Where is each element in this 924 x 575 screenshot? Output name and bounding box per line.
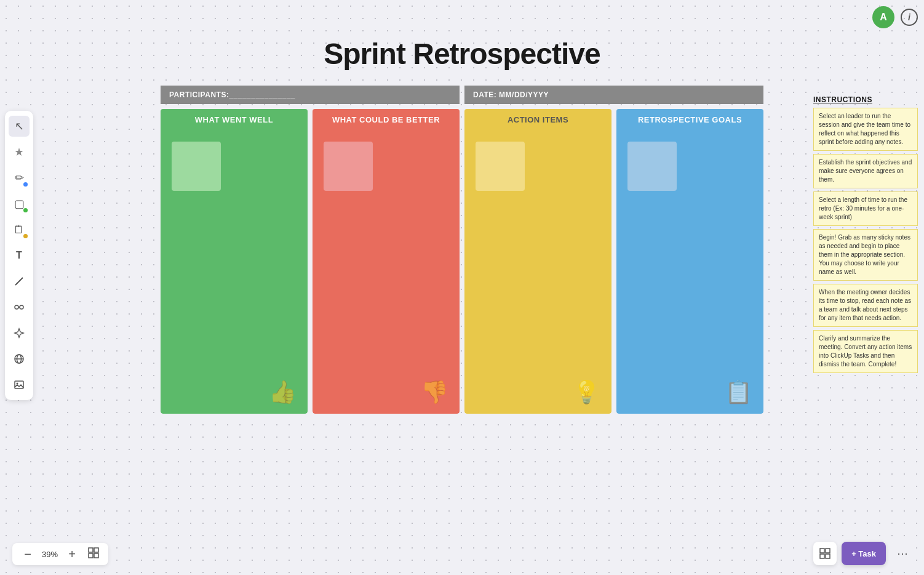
svg-rect-9 [89, 548, 93, 552]
columns-wrapper: WHAT WENT WELL 👍 WHAT COULD BE BETTER 👎 … [161, 109, 763, 414]
toolbar-image[interactable] [9, 374, 30, 395]
column-body-retro-goals[interactable]: 📋 [616, 131, 763, 414]
instructions-panel: INSTRUCTIONS Select an leader to run the… [813, 95, 918, 376]
instructions-title: INSTRUCTIONS [813, 95, 918, 104]
toolbar-globe[interactable] [9, 348, 30, 369]
instruction-6: Clarify and summarize the meeting. Conve… [813, 330, 918, 373]
toolbar-pen[interactable]: ✏ [9, 167, 30, 188]
column-could-be-better: WHAT COULD BE BETTER 👎 [313, 109, 460, 414]
column-retro-goals: RETROSPECTIVE GOALS 📋 [616, 109, 763, 414]
sticky-note-4[interactable] [627, 142, 677, 191]
toolbar-text[interactable]: T [9, 245, 30, 266]
instruction-4: Begin! Grab as many sticky notes as need… [813, 229, 918, 281]
info-button[interactable]: i [901, 9, 918, 26]
left-toolbar: ↖ ✏ ▢ 🗒 T [5, 111, 33, 400]
zoom-in-button[interactable]: + [65, 547, 79, 561]
toolbar-brush[interactable] [9, 271, 30, 292]
column-went-well: WHAT WENT WELL 👍 [161, 109, 308, 414]
more-options-button[interactable]: ⋯ [891, 542, 914, 565]
toolbar-note[interactable]: 🗒 [9, 219, 30, 240]
toolbar-transform[interactable] [9, 323, 30, 344]
column-body-action-items[interactable]: 💡 [464, 131, 611, 414]
svg-rect-14 [826, 549, 830, 553]
thumbdown-icon: 👎 [421, 379, 448, 405]
column-body-went-well[interactable]: 👍 [161, 131, 308, 414]
instruction-2: Establish the sprint objectives and make… [813, 154, 918, 188]
clipboard-icon: 📋 [725, 379, 752, 405]
canvas: Sprint Retrospective PARTICIPANTS:______… [0, 0, 924, 575]
svg-rect-7 [15, 381, 23, 388]
column-action-items: ACTION ITEMS 💡 [464, 109, 611, 414]
column-header-went-well: WHAT WENT WELL [161, 109, 308, 131]
svg-point-1 [15, 305, 18, 309]
sticky-note-3[interactable] [476, 142, 525, 191]
zoom-bar: − 39% + [12, 543, 108, 565]
sticky-note-2[interactable] [324, 142, 373, 191]
svg-rect-16 [826, 554, 830, 558]
lightbulb-icon: 💡 [573, 379, 600, 405]
top-bar: A i [872, 6, 918, 28]
column-header-could-be-better: WHAT COULD BE BETTER [313, 109, 460, 131]
user-avatar[interactable]: A [872, 6, 894, 28]
instruction-5: When the meeting owner decides its time … [813, 284, 918, 327]
meta-bar: PARTICIPANTS:_______________ DATE: MM/DD… [161, 86, 763, 104]
instruction-1: Select an leader to run the session and … [813, 108, 918, 151]
svg-rect-15 [820, 554, 824, 558]
bottom-right-actions: + Task ⋯ [813, 542, 914, 565]
svg-line-0 [15, 278, 23, 285]
zoom-out-button[interactable]: − [21, 547, 34, 561]
add-task-button[interactable]: + Task [842, 542, 886, 565]
toolbar-magic[interactable] [9, 142, 30, 163]
zoom-fit-button[interactable] [87, 547, 100, 561]
instruction-3: Select a length of time to run the retro… [813, 191, 918, 226]
svg-rect-10 [94, 548, 98, 552]
participants-field[interactable]: PARTICIPANTS:_______________ [161, 86, 460, 104]
sticky-note-1[interactable] [172, 142, 221, 191]
column-body-could-be-better[interactable]: 👎 [313, 131, 460, 414]
column-header-retro-goals: RETROSPECTIVE GOALS [616, 109, 763, 131]
page-title: Sprint Retrospective [324, 37, 600, 71]
date-field[interactable]: DATE: MM/DD/YYYY [464, 86, 763, 104]
whiteboard-button[interactable] [813, 542, 837, 565]
zoom-level: 39% [41, 550, 59, 559]
column-header-action-items: ACTION ITEMS [464, 109, 611, 131]
svg-rect-11 [89, 553, 93, 558]
thumbup-icon: 👍 [269, 379, 297, 405]
svg-point-2 [20, 305, 23, 309]
toolbar-cursor[interactable]: ↖ [9, 116, 30, 137]
svg-rect-12 [94, 553, 98, 558]
toolbar-shape[interactable]: ▢ [9, 193, 30, 214]
toolbar-connect[interactable] [9, 297, 30, 318]
svg-rect-13 [820, 549, 824, 553]
